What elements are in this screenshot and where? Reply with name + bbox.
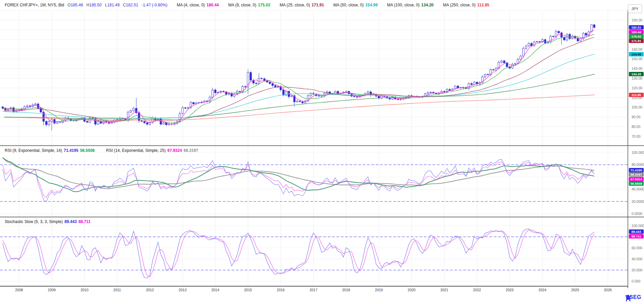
- price-legend[interactable]: FOREX CHFJPY=, 1M, NYS, Bid O185.46H185.…: [5, 3, 489, 7]
- price-tick-label: 150.00: [632, 57, 642, 61]
- ohlc-value: O185.46: [68, 3, 83, 7]
- stoch-tick-label: 60.000: [632, 246, 642, 250]
- year-label: 2014: [211, 288, 219, 292]
- rsi-tick-label: 20.0000: [632, 200, 644, 204]
- year-label: 2015: [244, 288, 252, 292]
- axis-price-badge: 154.99: [629, 52, 644, 56]
- price-tick-label: 130.00: [632, 76, 642, 80]
- axis-price-badge: 134.20: [629, 72, 644, 76]
- year-label: 2020: [408, 288, 415, 292]
- ma-legend-item[interactable]: MA (100, close, 0)134.20: [387, 3, 434, 7]
- price-tick-label: 160.00: [632, 47, 642, 51]
- axis-price-badge: 71.4195: [629, 168, 644, 172]
- rsi-tick-label: 0.0000: [632, 212, 642, 216]
- year-label: 2018: [342, 288, 350, 292]
- rsi-tick-label: 80.0000: [632, 163, 644, 167]
- ohlc-value: C182.51: [123, 3, 138, 7]
- year-label: 2022: [473, 288, 481, 292]
- ma-legend-item[interactable]: MA (4, close, 0)180.44: [177, 3, 219, 7]
- rsi-tick-label: 100.0000: [632, 150, 644, 155]
- rsi-tick-label: 40.0000: [632, 187, 644, 191]
- year-label: 2012: [146, 288, 154, 292]
- year-label: 2019: [375, 288, 383, 292]
- axis-price-badge: 56.5508: [629, 181, 644, 186]
- ohlc-value: L181.49: [105, 3, 119, 7]
- price-tick-label: 190.00: [632, 18, 642, 22]
- price-tick-label: 80.00: [632, 125, 640, 129]
- year-label: 2016: [277, 288, 285, 292]
- price-tick-label: 100.00: [632, 105, 642, 109]
- axis-price-badge: 68.3197: [629, 172, 644, 177]
- indicator-legend-item[interactable]: Stochastic Slow (5, 3, 3, Simple)89.4438…: [5, 219, 90, 224]
- lseg-logo: LSEG: [624, 294, 641, 300]
- axis-price-badge: 112.85: [629, 93, 644, 97]
- stochastic-legend[interactable]: Stochastic Slow (5, 3, 3, Simple)89.4438…: [5, 219, 102, 224]
- ohlc-value: H185.50: [86, 3, 102, 7]
- year-label: 2026: [604, 288, 612, 292]
- axis-price-badge: 180.44: [629, 30, 644, 34]
- instrument-title: FOREX CHFJPY=, 1M, NYS, Bid: [5, 3, 64, 7]
- axis-price-badge: 182.51: [629, 25, 644, 30]
- chart-window: FOREX CHFJPY=, 1M, NYS, Bid O185.46H185.…: [0, 0, 644, 304]
- year-label: 2013: [179, 288, 187, 292]
- indicator-legend-item[interactable]: RSI (9, Exponential, Simple, 14)71.41955…: [5, 148, 95, 153]
- year-label: 2017: [310, 288, 317, 292]
- stoch-tick-label: 0.000: [632, 279, 640, 283]
- year-label: 2023: [506, 288, 514, 292]
- axis-price-badge: 175.02: [629, 34, 644, 39]
- net-change: -1.47 (-0.80%): [142, 3, 167, 7]
- axis-price-badge: 67.9324: [629, 177, 644, 181]
- price-tick-label: 90.00: [632, 115, 640, 119]
- year-label: 2025: [571, 288, 579, 292]
- ohlc-group: O185.46H185.50L181.49C182.51: [64, 3, 138, 7]
- year-label: 2010: [81, 288, 88, 292]
- year-label: 2009: [48, 288, 55, 292]
- ma-legend-item[interactable]: MA (250, close, 0)112.85: [443, 3, 489, 7]
- ma-legend-item[interactable]: MA (25, close, 0)171.91: [280, 3, 324, 7]
- ma-legend-item[interactable]: MA (9, close, 0)175.02: [228, 3, 270, 7]
- ma-legend-item[interactable]: MA (50, close, 0)154.99: [333, 3, 378, 7]
- indicator-legend-item[interactable]: RSI (14, Exponential, Simple, 25)67.9324…: [106, 148, 198, 153]
- lseg-lion-icon: [624, 294, 632, 302]
- stoch-tick-label: 100.000: [632, 224, 644, 228]
- rsi-legend[interactable]: RSI (9, Exponential, Simple, 14)71.41955…: [5, 148, 210, 153]
- ma-legend-group: MA (4, close, 0)180.44MA (9, close, 0)17…: [167, 3, 489, 7]
- price-tick-label: 140.00: [632, 67, 642, 71]
- axis-price-badge: 88.711: [629, 234, 644, 238]
- stoch-tick-label: 40.000: [632, 257, 642, 261]
- currency-axis-button[interactable]: JPY: [628, 4, 642, 13]
- axis-price-badge: 89.443: [629, 229, 644, 234]
- price-tick-label: 120.00: [632, 86, 642, 90]
- year-label: 2021: [440, 288, 448, 292]
- year-label: 2008: [15, 288, 23, 292]
- year-label: 2024: [538, 288, 546, 292]
- price-tick-label: 70.00: [632, 134, 640, 138]
- axis-price-badge: 171.91: [629, 39, 644, 43]
- year-label: 2011: [113, 288, 121, 292]
- stoch-tick-label: 20.000: [632, 268, 642, 272]
